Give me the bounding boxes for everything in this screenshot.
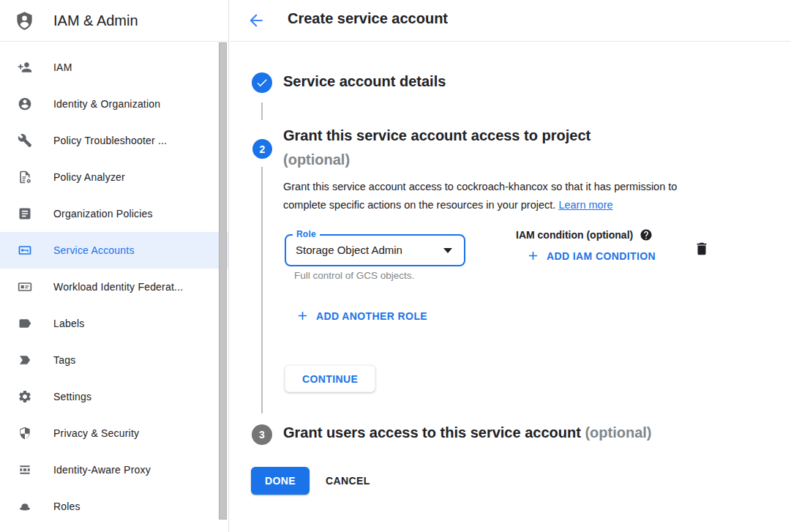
step2-title: Grant this service account access to pro…	[283, 124, 591, 172]
sidebar: IAM & Admin IAM Identity & Organization …	[0, 0, 229, 532]
sidebar-item-privacy-security[interactable]: Privacy & Security	[0, 415, 228, 452]
add-iam-condition-button[interactable]: ADD IAM CONDITION	[526, 249, 656, 263]
step3-title-text: Grant users access to this service accou…	[283, 424, 581, 441]
step3-title: Grant users access to this service accou…	[283, 424, 652, 441]
sidebar-item-label: Policy Analyzer	[53, 171, 125, 183]
article-icon	[18, 206, 32, 221]
sidebar-item-label: Labels	[53, 318, 84, 329]
sidebar-item-labels[interactable]: Labels	[0, 305, 228, 342]
back-button[interactable]	[247, 11, 266, 30]
arrow-back-icon	[247, 11, 266, 30]
sidebar-item-label: Tags	[53, 354, 75, 366]
sidebar-item-workload-identity-federation[interactable]: Workload Identity Federat...	[0, 269, 228, 305]
page-title: Create service account	[288, 10, 448, 27]
sidebar-item-label: Workload Identity Federat...	[53, 281, 183, 293]
sidebar-item-identity-aware-proxy[interactable]: Identity-Aware Proxy	[0, 452, 228, 488]
done-button[interactable]: DONE	[251, 467, 310, 495]
role-helper-text: Full control of GCS objects.	[294, 270, 414, 281]
step3-optional-label: (optional)	[585, 424, 651, 441]
sidebar-item-label: Identity-Aware Proxy	[53, 464, 151, 476]
add-another-role-label: ADD ANOTHER ROLE	[316, 310, 427, 322]
shield-icon	[18, 426, 32, 441]
iam-admin-page: IAM & Admin IAM Identity & Organization …	[0, 0, 791, 532]
plus-icon	[526, 249, 540, 263]
sidebar-item-label: Identity & Organization	[53, 98, 160, 110]
app-title: IAM & Admin	[53, 12, 138, 29]
proxy-stripes-icon	[18, 462, 32, 477]
learn-more-link[interactable]: Learn more	[558, 199, 612, 211]
label-icon	[18, 316, 32, 331]
id-card-icon	[18, 280, 32, 294]
iam-condition-header: IAM condition (optional)	[516, 228, 653, 241]
add-iam-condition-label: ADD IAM CONDITION	[547, 250, 656, 262]
sidebar-nav: IAM Identity & Organization Policy Troub…	[0, 49, 228, 525]
sidebar-item-label: Policy Troubleshooter ...	[53, 135, 167, 146]
help-icon[interactable]	[640, 228, 653, 241]
sidebar-item-settings[interactable]: Settings	[0, 378, 228, 415]
person-add-icon	[18, 60, 32, 75]
document-gear-icon	[18, 170, 32, 184]
iam-shield-logo-icon	[15, 10, 34, 31]
sidebar-item-label: Roles	[53, 501, 80, 512]
sidebar-scrollbar[interactable]	[219, 42, 227, 520]
step2-connector-line	[261, 167, 263, 413]
delete-role-button[interactable]	[694, 239, 711, 258]
step-connector-line	[261, 102, 263, 120]
gear-icon	[18, 389, 32, 404]
sidebar-header: IAM & Admin	[0, 0, 228, 42]
trash-icon	[694, 240, 710, 258]
sidebar-item-identity-organization[interactable]: Identity & Organization	[0, 86, 228, 122]
step2-optional-label: (optional)	[283, 148, 591, 172]
tag-icon	[18, 353, 32, 367]
step1-title: Service account details	[283, 73, 446, 90]
main-header: Create service account	[230, 0, 791, 42]
sidebar-item-label: Organization Policies	[53, 208, 153, 220]
sidebar-item-service-accounts[interactable]: Service Accounts	[0, 232, 228, 269]
sidebar-item-tags[interactable]: Tags	[0, 342, 228, 378]
wrench-icon	[18, 133, 32, 148]
sidebar-item-label: Privacy & Security	[53, 427, 139, 439]
plus-icon	[296, 309, 310, 323]
step2-description-text: Grant this service account access to coc…	[283, 181, 677, 211]
iam-condition-label: IAM condition (optional)	[516, 229, 633, 241]
service-account-key-icon	[18, 243, 32, 258]
sidebar-item-iam[interactable]: IAM	[0, 49, 228, 86]
cancel-button[interactable]: CANCEL	[320, 467, 376, 495]
sidebar-item-label: IAM	[53, 61, 72, 73]
sidebar-item-policy-analyzer[interactable]: Policy Analyzer	[0, 159, 228, 195]
account-circle-icon	[18, 97, 32, 111]
sidebar-item-roles[interactable]: Roles	[0, 488, 228, 525]
role-select[interactable]: Role Storage Object Admin	[285, 234, 465, 266]
chevron-down-icon	[443, 248, 452, 253]
role-select-value: Storage Object Admin	[296, 236, 402, 265]
add-another-role-button[interactable]: ADD ANOTHER ROLE	[296, 309, 427, 323]
step2-title-text: Grant this service account access to pro…	[283, 124, 591, 148]
sidebar-item-organization-policies[interactable]: Organization Policies	[0, 195, 228, 232]
sidebar-item-policy-troubleshooter[interactable]: Policy Troubleshooter ...	[0, 122, 228, 159]
continue-button[interactable]: CONTINUE	[285, 365, 375, 392]
sidebar-item-label: Settings	[53, 391, 91, 402]
sidebar-item-label: Service Accounts	[53, 244, 135, 256]
step2-number-badge: 2	[252, 139, 272, 159]
step2-description: Grant this service account access to coc…	[283, 178, 716, 214]
step1-completed-check-icon	[252, 72, 272, 93]
step3-number-badge: 3	[252, 424, 272, 445]
hat-icon	[18, 499, 32, 514]
